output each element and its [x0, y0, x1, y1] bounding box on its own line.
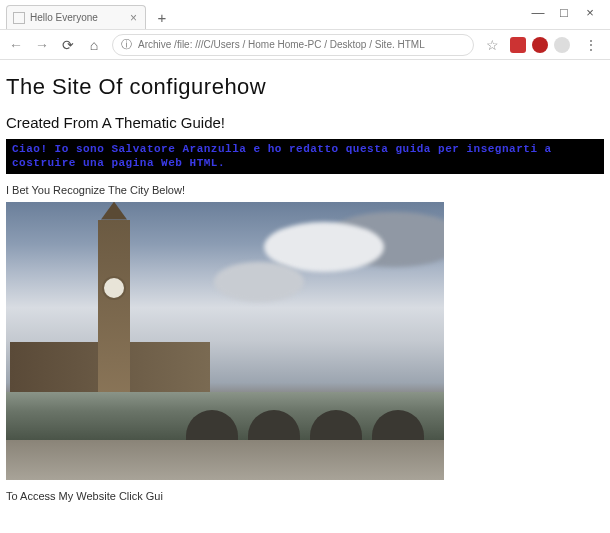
minimize-button[interactable]: —	[532, 6, 544, 18]
arch-shape	[186, 410, 238, 440]
banner-line: costruire una pagina Web HTML.	[12, 156, 598, 170]
bookmark-star-icon[interactable]: ☆	[484, 37, 500, 53]
url-input[interactable]: ⓘ Archive /file: ///C/Users / Home Home-…	[112, 34, 474, 56]
arch-shape	[248, 410, 300, 440]
arch-shape	[372, 410, 424, 440]
cloud-shape	[214, 262, 304, 302]
menu-button[interactable]: ⋮	[580, 37, 602, 53]
forward-button[interactable]: →	[34, 37, 50, 53]
close-tab-icon[interactable]: ×	[128, 11, 139, 25]
image-caption: I Bet You Recognize The City Below!	[6, 184, 604, 196]
extension-icon[interactable]	[554, 37, 570, 53]
footer-link-text[interactable]: To Access My Website Click Gui	[6, 490, 604, 502]
home-button[interactable]: ⌂	[86, 37, 102, 53]
page-content: The Site Of configurehow Created From A …	[0, 60, 610, 502]
page-heading: The Site Of configurehow	[6, 74, 604, 100]
bridge-shape	[6, 392, 444, 440]
clock-face-shape	[102, 276, 126, 300]
arch-shape	[310, 410, 362, 440]
water-shape	[6, 440, 444, 480]
new-tab-button[interactable]: +	[150, 5, 174, 29]
banner-line: Ciao! Io sono Salvatore Aranzulla e ho r…	[12, 142, 598, 156]
extension-icon[interactable]	[510, 37, 526, 53]
maximize-button[interactable]: □	[558, 6, 570, 18]
tab-title: Hello Everyone	[30, 12, 128, 23]
extension-icons	[510, 37, 570, 53]
page-subheading: Created From A Thematic Guide!	[6, 114, 604, 131]
address-bar: ← → ⟳ ⌂ ⓘ Archive /file: ///C/Users / Ho…	[0, 30, 610, 60]
clock-tower-shape	[98, 220, 130, 400]
banner-text: Ciao! Io sono Salvatore Aranzulla e ho r…	[6, 139, 604, 174]
reload-button[interactable]: ⟳	[60, 37, 76, 53]
tab-strip: Hello Everyone × +	[6, 4, 174, 30]
window-titlebar: Hello Everyone × + — □ ×	[0, 0, 610, 30]
info-icon[interactable]: ⓘ	[121, 37, 132, 52]
tab-favicon-icon	[13, 12, 25, 24]
url-text: Archive /file: ///C/Users / Home Home-PC…	[138, 39, 425, 50]
browser-tab[interactable]: Hello Everyone ×	[6, 5, 146, 29]
window-controls: — □ ×	[532, 0, 606, 18]
close-window-button[interactable]: ×	[584, 6, 596, 18]
extension-icon[interactable]	[532, 37, 548, 53]
hero-image	[6, 202, 444, 480]
back-button[interactable]: ←	[8, 37, 24, 53]
